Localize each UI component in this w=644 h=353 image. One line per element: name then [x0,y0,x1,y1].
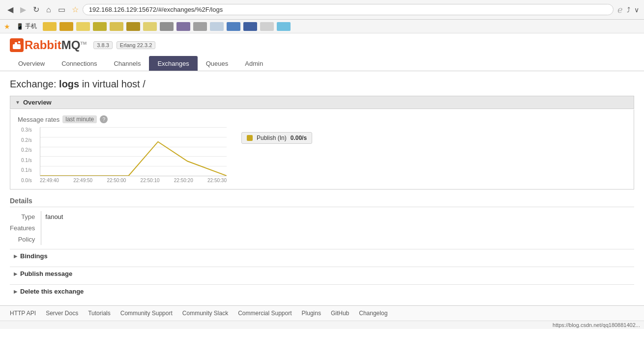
overview-arrow-icon: ▼ [15,100,20,105]
details-title: Details [10,197,634,207]
overview-section-header[interactable]: ▼ Overview [10,96,634,109]
time-range-badge[interactable]: last minute [62,115,97,123]
detail-row-policy: Policy [10,234,67,245]
bookmark-star-icon[interactable]: ☆ [72,5,79,14]
browser-icon: ℯ [617,4,623,15]
forward-button[interactable]: ▶ [18,4,29,15]
bookmark-11[interactable] [210,22,224,31]
more-icon[interactable]: ∨ [634,6,639,14]
overview-section-body: Message rates last minute ? 0.3/s 0.2/s … [10,109,634,190]
detail-value-features [41,222,67,234]
bookmark-phone[interactable]: 📱 手机 [13,22,40,31]
bookmark-phone-label: 手机 [25,22,37,30]
bindings-section: ▶ Bindings [10,249,634,263]
app-container: RabbitMQTM 3.8.3 Erlang 22.3.2 Overview … [0,33,644,321]
version-badge: 3.8.3 [93,41,112,49]
footer-tutorials[interactable]: Tutorials [88,310,111,317]
bookmark-10[interactable] [193,22,207,31]
bookmark-star: ★ [4,23,10,30]
bookmark-1[interactable] [43,22,57,31]
bookmark-12[interactable] [227,22,240,31]
footer-github[interactable]: GitHub [331,310,349,317]
legend-color-publish [247,135,253,141]
app-header: RabbitMQTM 3.8.3 Erlang 22.3.2 Overview … [0,33,644,71]
bookmark-15[interactable] [277,22,291,31]
footer-http-api[interactable]: HTTP API [10,310,36,317]
footer-community-slack[interactable]: Community Slack [182,310,228,317]
publish-message-label: Publish message [20,270,72,277]
chart-container [40,127,227,176]
bindings-label: Bindings [20,252,48,260]
help-icon[interactable]: ? [100,115,108,123]
home-button[interactable]: ⌂ [44,4,54,15]
detail-value-type: fanout [41,211,67,222]
message-rates-header: Message rates last minute ? [18,115,626,123]
bookmark-3[interactable] [76,22,90,31]
delete-exchange-header[interactable]: ▶ Delete this exchange [10,284,634,298]
main-nav: Overview Connections Channels Exchanges … [10,56,634,71]
bookmark-13[interactable] [243,22,257,31]
bookmarks-bar: ★ 📱 手机 [0,20,644,33]
app-footer: HTTP API Server Docs Tutorials Community… [0,305,644,321]
footer-server-docs[interactable]: Server Docs [46,310,78,317]
svg-rect-2 [18,41,20,43]
footer-changelog[interactable]: Changelog [359,310,387,317]
chart-area: 0.3/s 0.2/s 0.2/s 0.1/s 0.1/s 0.0/s [18,127,626,183]
status-url: https://blog.csdn.net/qq180881402... [553,322,640,328]
publish-message-header[interactable]: ▶ Publish message [10,267,634,280]
tab-exchanges[interactable]: Exchanges [149,56,197,71]
bookmark-8[interactable] [160,22,174,31]
footer-plugins[interactable]: Plugins [302,310,321,317]
svg-rect-1 [15,42,17,45]
page-content: Exchange: logs in virtual host / ▼ Overv… [0,71,644,305]
browser-bar: ◀ ▶ ↻ ⌂ ▭ ☆ 192.168.126.129:15672/#/exch… [0,0,644,20]
status-bar: https://blog.csdn.net/qq180881402... [0,321,644,329]
detail-key-policy: Policy [10,234,41,245]
tab-queues[interactable]: Queues [198,56,237,71]
footer-commercial-support[interactable]: Commercial Support [238,310,292,317]
details-table: Type fanout Features Policy [10,211,67,245]
reader-button[interactable]: ▭ [56,4,68,15]
chart-wrapper: 0.3/s 0.2/s 0.2/s 0.1/s 0.1/s 0.0/s [40,127,227,183]
bookmark-6[interactable] [126,22,140,31]
legend-label-publish: Publish (In) [257,135,287,141]
legend-publish-in: Publish (In) 0.00/s [241,132,312,144]
logo-text: RabbitMQTM [25,38,87,52]
chart-svg [40,127,227,176]
bindings-header[interactable]: ▶ Bindings [10,249,634,263]
publish-message-triangle-icon: ▶ [14,272,17,276]
logo-area: RabbitMQTM 3.8.3 Erlang 22.3.2 [10,38,634,56]
refresh-button[interactable]: ↻ [30,4,42,15]
title-suffix: in virtual host / [82,79,146,89]
tab-admin[interactable]: Admin [236,56,271,71]
tab-channels[interactable]: Channels [105,56,149,71]
overview-section-label: Overview [23,99,52,106]
detail-row-features: Features [10,222,67,234]
bookmark-2[interactable] [59,22,73,31]
erlang-badge: Erlang 22.3.2 [117,41,155,49]
page-title: Exchange: logs in virtual host / [10,79,634,90]
version-info: 3.8.3 Erlang 22.3.2 [93,41,155,49]
bookmark-7[interactable] [143,22,157,31]
address-bar[interactable]: 192.168.126.129:15672/#/exchanges/%2F/lo… [83,4,614,15]
delete-exchange-triangle-icon: ▶ [14,289,17,294]
tab-connections[interactable]: Connections [53,56,105,71]
detail-value-policy [41,234,67,245]
delete-exchange-label: Delete this exchange [20,288,84,295]
bookmark-4[interactable] [93,22,107,31]
share-icon[interactable]: ⤴ [627,6,630,14]
legend-value-publish: 0.00/s [291,135,307,141]
tab-overview[interactable]: Overview [10,56,53,71]
bookmark-5[interactable] [110,22,123,31]
message-rates-label: Message rates [18,116,59,123]
chart-x-labels: 22:49:40 22:49:50 22:50:00 22:50:10 22:5… [40,178,227,183]
bookmark-9[interactable] [176,22,190,31]
publish-message-section: ▶ Publish message [10,267,634,280]
detail-key-features: Features [10,222,41,234]
delete-exchange-section: ▶ Delete this exchange [10,284,634,298]
back-button[interactable]: ◀ [5,4,16,15]
bindings-triangle-icon: ▶ [14,254,17,259]
footer-community-support[interactable]: Community Support [120,310,173,317]
chart-y-labels: 0.3/s 0.2/s 0.2/s 0.1/s 0.1/s 0.0/s [21,127,32,183]
bookmark-14[interactable] [260,22,274,31]
